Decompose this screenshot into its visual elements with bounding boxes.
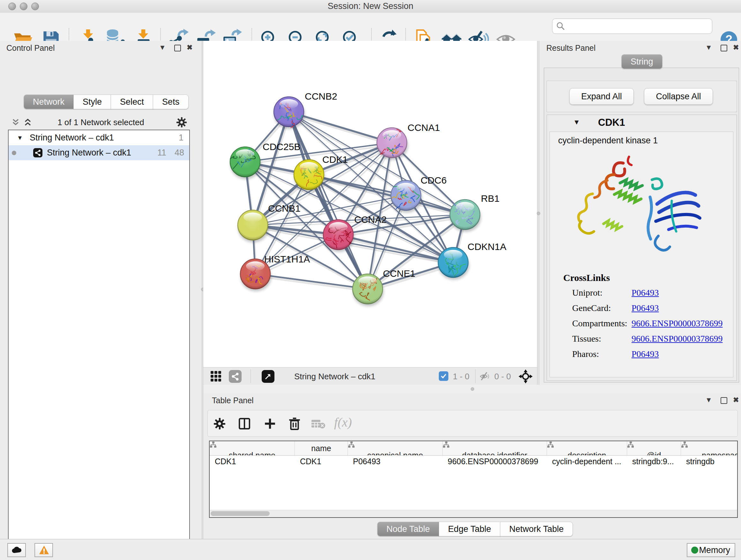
network-tree-root-row[interactable]: ▼ String Network – cdk1 1 <box>9 130 189 145</box>
control-panel: Control Panel ▼ ✖ NetworkStyleSelectSets… <box>0 41 202 539</box>
table-cell[interactable]: 9606.ENSP00000378699 <box>443 455 547 468</box>
search-input[interactable] <box>552 18 712 34</box>
table-cell[interactable]: CDK1 <box>210 455 295 468</box>
tab-network-table[interactable]: Network Table <box>500 522 573 537</box>
column-header-name[interactable]: name <box>295 441 348 455</box>
node-label-HIST1H1A: HIST1H1A <box>264 254 310 264</box>
crosslink-link[interactable]: 9606.ENSP00000378699 <box>631 318 723 328</box>
selected-checkbox-icon[interactable] <box>439 371 448 381</box>
table-cell[interactable]: stringdb:9... <box>627 455 681 468</box>
panel-float-icon[interactable] <box>721 397 727 404</box>
fit-selected-crosshair-icon[interactable] <box>519 369 533 383</box>
horizontal-scrollbar[interactable] <box>210 510 737 517</box>
network-view-title: String Network – cdk1 <box>294 372 375 381</box>
protein-detail-box: cyclin-dependent kinase 1 <box>549 132 733 377</box>
hidden-eye-slash-icon[interactable] <box>480 371 490 381</box>
network-share-button-icon[interactable] <box>229 370 242 383</box>
network-canvas[interactable]: CCNB2CCNA1CDC25BCDK1CDC6RB1CCNB1CCNA2CDK… <box>203 41 537 367</box>
protein-description: cyclin-dependent kinase 1 <box>558 136 658 145</box>
cloud-button[interactable] <box>7 543 26 557</box>
panel-menu-icon[interactable]: ▼ <box>705 396 712 403</box>
node-CCNA2[interactable] <box>323 220 353 250</box>
network-options-gear-icon[interactable] <box>176 117 187 128</box>
table-cell[interactable]: stringdb <box>681 455 738 468</box>
control-panel-title: Control Panel <box>6 44 55 53</box>
panel-close-icon[interactable]: ✖ <box>187 44 192 51</box>
toolbar-divider <box>475 369 475 383</box>
node-label-RB1: RB1 <box>481 193 499 204</box>
node-CCNE1[interactable] <box>353 274 383 304</box>
splitter-handle[interactable] <box>537 212 540 215</box>
network-tree-child-row[interactable]: String Network – cdk1 11 48 <box>9 145 189 160</box>
splitter-handle[interactable] <box>471 387 474 391</box>
node-CDKN1A[interactable] <box>438 247 468 277</box>
crosslink-row: Pharos:P06493 <box>572 349 733 360</box>
crosslink-link[interactable]: P06493 <box>631 349 659 359</box>
node-label-CDK1: CDK1 <box>322 154 348 165</box>
grid-view-icon[interactable] <box>210 371 222 382</box>
node-CDC6[interactable] <box>391 180 421 210</box>
tab-sets[interactable]: Sets <box>153 95 189 109</box>
add-column-icon[interactable] <box>264 418 276 430</box>
node-label-CCNB1: CCNB1 <box>268 203 300 213</box>
disclosure-triangle-icon[interactable]: ▼ <box>573 118 580 126</box>
tab-select[interactable]: Select <box>111 95 153 109</box>
column-header-description[interactable]: description <box>547 441 627 455</box>
column-header-@id[interactable]: @id <box>627 441 681 455</box>
table-panel: Table Panel ▼ ✖ f(x) shared namenamecano… <box>203 393 741 539</box>
node-table[interactable]: shared namenamecanonical namedatabase id… <box>209 441 738 518</box>
scrollbar-thumb[interactable] <box>211 511 270 516</box>
protein-structure-image <box>566 150 713 268</box>
panel-close-icon[interactable]: ✖ <box>733 396 739 403</box>
node-CCNB1[interactable] <box>238 210 268 240</box>
node-CDK1[interactable] <box>294 160 324 190</box>
column-type-tree-icon <box>443 441 450 448</box>
collapse-all-button[interactable]: Collapse All <box>644 88 713 105</box>
table-cell[interactable]: P06493 <box>348 455 443 468</box>
crosslink-link[interactable]: 9606.ENSP00000378699 <box>631 334 723 344</box>
window-title: Session: New Session <box>0 1 741 11</box>
status-bar: Memory <box>0 539 741 560</box>
crosslink-label: GeneCard: <box>572 303 631 313</box>
node-RB1[interactable] <box>450 199 480 230</box>
tab-node-table[interactable]: Node Table <box>377 522 439 537</box>
tab-network[interactable]: Network <box>23 95 74 109</box>
expand-all-button[interactable]: Expand All <box>569 88 634 105</box>
memory-status-dot <box>691 547 698 554</box>
warning-button[interactable] <box>35 543 53 557</box>
network-status-dot-icon <box>12 151 16 155</box>
panel-float-icon[interactable] <box>174 45 181 51</box>
column-type-tree-icon <box>547 441 554 448</box>
memory-button[interactable]: Memory <box>687 543 735 557</box>
column-header-database-identifier[interactable]: database identifier <box>443 441 547 455</box>
table-cell[interactable]: cyclin-dependent ... <box>547 455 627 468</box>
toolbar-divider <box>251 369 251 383</box>
column-header-canonical-name[interactable]: canonical name <box>348 441 443 455</box>
panel-close-icon[interactable]: ✖ <box>733 44 739 51</box>
column-type-tree-icon <box>210 441 217 448</box>
tab-string[interactable]: String <box>621 54 663 69</box>
table-settings-gear-icon[interactable] <box>213 418 226 430</box>
column-type-tree-icon <box>348 441 355 448</box>
delete-column-trash-icon[interactable] <box>288 417 301 430</box>
network-share-icon <box>33 148 43 158</box>
protein-section-header[interactable]: ▼ CDK1 <box>547 115 737 131</box>
crosslink-link[interactable]: P06493 <box>631 303 659 313</box>
column-header-namespace[interactable]: namespace <box>681 441 738 455</box>
crosslink-row: Uniprot:P06493 <box>572 288 733 299</box>
tab-style[interactable]: Style <box>73 95 111 109</box>
open-in-window-icon[interactable] <box>262 370 274 383</box>
disclosure-triangle-icon[interactable]: ▼ <box>17 130 23 145</box>
panel-menu-icon[interactable]: ▼ <box>159 44 166 51</box>
table-cell[interactable]: CDK1 <box>295 455 348 468</box>
column-header-shared-name[interactable]: shared name <box>210 441 295 455</box>
tab-edge-table[interactable]: Edge Table <box>439 522 500 537</box>
node-label-CCNA2: CCNA2 <box>354 214 387 225</box>
show-columns-icon[interactable] <box>239 418 251 430</box>
panel-float-icon[interactable] <box>721 45 727 51</box>
panel-menu-icon[interactable]: ▼ <box>705 44 712 51</box>
node-CDC25B[interactable] <box>230 147 260 177</box>
crosslink-link[interactable]: P06493 <box>631 288 659 298</box>
node-CCNA1[interactable] <box>377 128 407 158</box>
memory-label: Memory <box>699 545 730 555</box>
